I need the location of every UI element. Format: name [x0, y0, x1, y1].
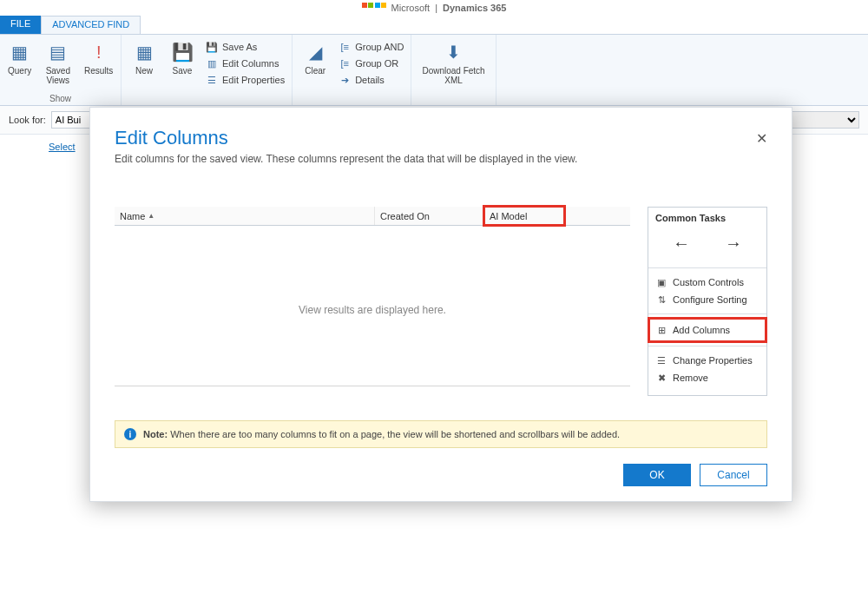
results-placeholder: View results are displayed here.	[115, 226, 630, 386]
eraser-icon: ◢	[303, 40, 327, 64]
edit-properties-button[interactable]: ☰ Edit Properties	[205, 73, 285, 87]
tab-strip: FILE ADVANCED FIND	[0, 16, 868, 35]
sort-icon: ⇅	[655, 294, 667, 306]
column-header-ai-model[interactable]: AI Model	[484, 207, 564, 225]
note-bar: i Note: When there are too many columns …	[115, 420, 767, 448]
clear-button[interactable]: ◢ Clear	[299, 38, 331, 87]
columns-icon: ▥	[205, 56, 219, 70]
common-tasks-panel: Common Tasks ← → ▣ Custom Controls ⇅ Con…	[648, 207, 767, 396]
sort-asc-icon: ▲	[148, 212, 155, 220]
ribbon: ▦ Query ▤ Saved Views ! Results Show ▦ N…	[0, 35, 868, 106]
cancel-button[interactable]: Cancel	[700, 464, 767, 486]
download-icon: ⬇	[442, 40, 466, 64]
saved-views-icon: ▤	[46, 40, 70, 64]
save-as-icon: 💾	[205, 40, 219, 54]
properties-icon: ☰	[655, 354, 667, 366]
new-button[interactable]: ▦ New	[128, 38, 160, 87]
group-show-caption: Show	[49, 94, 71, 103]
arrow-right-icon: ➔	[338, 73, 352, 87]
properties-icon: ☰	[205, 73, 219, 87]
dialog-title: Edit Columns	[115, 127, 767, 149]
saved-views-button[interactable]: ▤ Saved Views	[43, 38, 74, 87]
edit-columns-dialog: ✕ Edit Columns Edit columns for the save…	[89, 107, 792, 502]
save-as-button[interactable]: 💾 Save As	[205, 40, 257, 54]
task-change-properties[interactable]: ☰ Change Properties	[655, 352, 760, 369]
microsoft-logo-icon	[362, 3, 386, 13]
remove-icon: ✖	[655, 372, 667, 384]
edit-columns-button[interactable]: ▥ Edit Columns	[205, 56, 279, 70]
details-button[interactable]: ➔ Details	[338, 73, 385, 87]
brand-bar: Microsoft | Dynamics 365	[0, 0, 868, 16]
add-column-icon: ⊞	[655, 324, 667, 336]
new-icon: ▦	[132, 40, 156, 64]
results-button[interactable]: ! Results	[81, 38, 116, 87]
look-for-label: Look for:	[9, 115, 46, 125]
task-custom-controls[interactable]: ▣ Custom Controls	[655, 274, 760, 291]
columns-area: Name ▲ Created On AI Model View results …	[115, 207, 630, 396]
column-headers: Name ▲ Created On AI Model	[115, 207, 630, 226]
common-tasks-title: Common Tasks	[655, 213, 760, 223]
group-or-button[interactable]: [≡ Group OR	[338, 56, 398, 70]
close-icon[interactable]: ✕	[756, 130, 767, 147]
brand-product: Dynamics 365	[443, 3, 506, 13]
bracket-icon: [≡	[338, 40, 352, 54]
tab-file[interactable]: FILE	[0, 16, 41, 34]
select-link[interactable]: Select	[0, 135, 76, 152]
group-and-button[interactable]: [≡ Group AND	[338, 40, 404, 54]
dialog-subtitle: Edit columns for the saved view. These c…	[115, 153, 767, 165]
download-fetch-xml-button[interactable]: ⬇ Download Fetch XML	[418, 38, 488, 87]
controls-icon: ▣	[655, 276, 667, 288]
table-icon: ▦	[8, 40, 32, 64]
exclamation-icon: !	[87, 40, 111, 64]
ok-button[interactable]: OK	[623, 464, 691, 486]
tab-advanced-find[interactable]: ADVANCED FIND	[41, 16, 141, 34]
column-header-name[interactable]: Name ▲	[115, 207, 375, 225]
brand-company: Microsoft	[391, 3, 431, 13]
move-right-button[interactable]: →	[718, 232, 749, 255]
task-remove[interactable]: ✖ Remove	[655, 369, 760, 386]
task-add-columns[interactable]: ⊞ Add Columns	[650, 320, 765, 340]
column-header-created-on[interactable]: Created On	[375, 207, 484, 225]
move-left-button[interactable]: ←	[666, 232, 697, 255]
info-icon: i	[124, 428, 136, 440]
save-button[interactable]: 💾 Save	[167, 38, 198, 87]
bracket-icon: [≡	[338, 56, 352, 70]
task-configure-sorting[interactable]: ⇅ Configure Sorting	[655, 291, 760, 308]
query-button[interactable]: ▦ Query	[4, 38, 36, 87]
save-icon: 💾	[170, 40, 194, 64]
